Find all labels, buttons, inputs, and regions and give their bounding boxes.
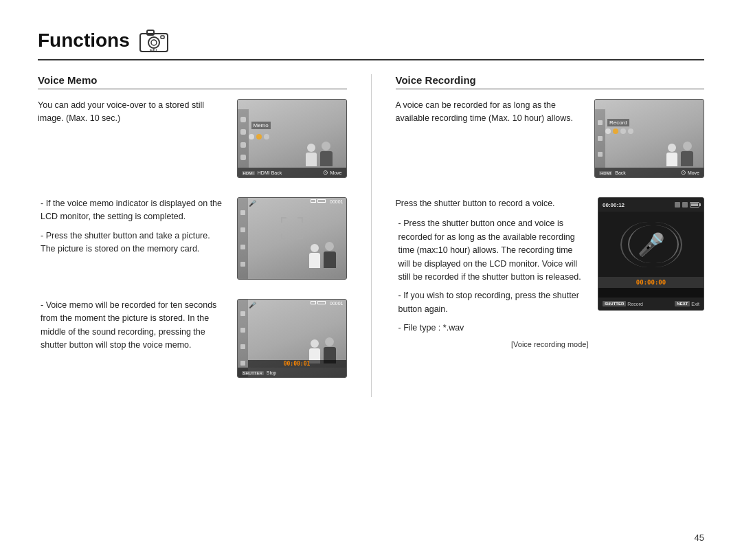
voice-memo-intro-block: Memo HDMI HDMI Back xyxy=(38,99,347,185)
vr-icon-1 xyxy=(675,202,680,208)
title-section: Functions FN xyxy=(38,27,704,60)
screen3-timer: 00:00:01 xyxy=(284,361,311,367)
screen-r1-move: ⊙ Move xyxy=(681,169,699,176)
right-column: Voice Recording xyxy=(396,74,705,397)
page-title: Functions xyxy=(38,30,130,52)
screen-move-label: ⊙ Move xyxy=(323,169,341,176)
voice-rec-screen-1: Record HDMI Back xyxy=(594,99,704,178)
page-number: 45 xyxy=(695,533,704,543)
screen-r1-bottom: HDMI Back ⊙ Move xyxy=(595,168,704,177)
record-label-screen: Record xyxy=(607,119,629,126)
content-columns: Voice Memo xyxy=(38,74,704,397)
vr-icon-2 xyxy=(682,202,688,208)
mic-icon: 🎤 xyxy=(638,234,665,256)
screen-side-icons xyxy=(238,109,249,168)
voice-memo-title: Voice Memo xyxy=(38,74,347,89)
voice-memo-screen-3: 00001 xyxy=(237,299,347,378)
voice-memo-screen-2: 00001 xyxy=(237,197,347,280)
voice-recording-main-block: 00:00:12 xyxy=(396,197,705,348)
svg-point-3 xyxy=(151,40,157,45)
screen-r1-back: HDMI Back xyxy=(599,170,626,175)
screen3-shutter-label: SHUTTER Stop xyxy=(242,370,277,375)
vr-status-icons xyxy=(675,202,699,208)
camera-icon: FN xyxy=(138,27,170,54)
vr-timer: 00:00:12 xyxy=(603,202,625,208)
vr-bottom-controls: SHUTTER Record NEXT Exit xyxy=(598,298,704,310)
vr-battery-icon xyxy=(690,202,699,208)
svg-point-1 xyxy=(148,37,159,48)
voice-memo-block-3: 00001 xyxy=(38,299,347,385)
vr-battery-fill xyxy=(691,203,698,206)
voice-rec-mode-screen: 00:00:12 xyxy=(598,197,704,311)
svg-rect-4 xyxy=(161,36,164,38)
photo-sim-1: Memo xyxy=(238,100,346,177)
screen-bottom-bar-1: HDMI HDMI Back ⊙ Move xyxy=(238,168,346,177)
voice-memo-screen-1: Memo HDMI HDMI Back xyxy=(237,99,347,178)
voice-recording-intro-block: Record HDMI Back xyxy=(396,99,705,185)
memo-label: Memo xyxy=(251,122,271,129)
vr-recording-time: 00:00:00 xyxy=(636,279,666,286)
vr-record-btn[interactable]: SHUTTER Record xyxy=(603,301,643,306)
vr-next-box: NEXT xyxy=(675,301,690,306)
vr-shutter-box: SHUTTER xyxy=(603,301,626,306)
svg-text:FN: FN xyxy=(149,47,157,54)
vr-time-display: 00:00:00 xyxy=(598,277,704,288)
voice-memo-block-2: 00001 xyxy=(38,197,347,287)
left-column: Voice Memo xyxy=(38,74,347,397)
vr-top-bar: 00:00:12 xyxy=(598,198,704,212)
vr-record-label: Record xyxy=(627,302,643,306)
voice-recording-title: Voice Recording xyxy=(396,74,705,89)
column-divider xyxy=(371,74,372,397)
vr-exit-btn[interactable]: NEXT Exit xyxy=(675,301,699,306)
screen3-bottom-bar: SHUTTER Stop xyxy=(238,368,346,377)
voice-recording-caption: [Voice recording mode] xyxy=(396,340,705,348)
screen-back-label: HDMI HDMI Back xyxy=(242,170,282,175)
voice-recording-bullet3: - File type : *.wav xyxy=(396,322,705,335)
vr-exit-label: Exit xyxy=(691,302,699,306)
